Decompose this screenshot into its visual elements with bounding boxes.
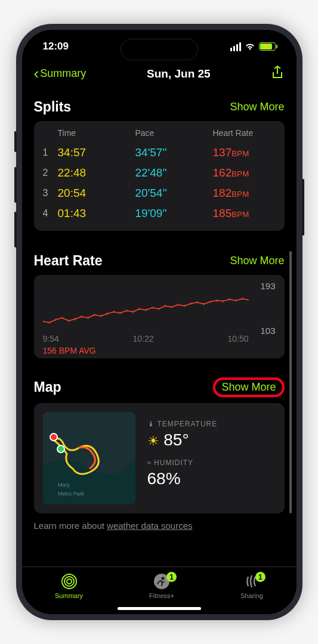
volume-down-button (14, 212, 17, 247)
back-label: Summary (40, 67, 86, 80)
split-pace: 20'54'' (135, 187, 213, 200)
hr-max-label: 193 (260, 281, 275, 291)
status-icons: ⚡ (230, 42, 276, 51)
tab-sharing[interactable]: 1 Sharing (240, 573, 263, 599)
col-time: Time (58, 128, 135, 138)
sharing-badge: 1 (255, 572, 265, 582)
split-pace: 19'09'' (135, 207, 213, 220)
battery-icon: ⚡ (259, 42, 276, 51)
splits-column-headers: Time Pace Heart Rate (43, 128, 276, 143)
svg-point-33 (50, 434, 57, 441)
hr-time-3: 10:50 (227, 334, 248, 343)
split-time: 20:54 (58, 187, 135, 200)
clock: 12:09 (43, 41, 69, 52)
nav-bar: ‹ Summary Sun, Jun 25 (22, 58, 297, 92)
dynamic-island (121, 39, 198, 60)
split-time: 01:43 (58, 207, 135, 220)
svg-text:Mary: Mary (58, 482, 70, 488)
split-hr: 185BPM (213, 207, 249, 220)
split-index: 3 (43, 188, 58, 199)
table-row: 3 20:54 20'54'' 182BPM (43, 183, 276, 203)
table-row: 1 34:57 34'57'' 137BPM (43, 143, 276, 163)
splits-title: Splits (34, 99, 72, 115)
sun-icon: ☀ (147, 434, 159, 448)
split-pace: 22'48'' (135, 166, 213, 179)
hr-time-axis: 9:54 10:22 10:50 (43, 334, 249, 343)
splits-header: Splits Show More (34, 92, 285, 121)
split-time: 34:57 (58, 146, 135, 159)
tab-fitness[interactable]: 1 Fitness+ (149, 573, 174, 599)
col-pace: Pace (135, 128, 213, 138)
heart-rate-title: Heart Rate (34, 253, 103, 269)
thermometer-icon: 🌡 (147, 420, 155, 428)
split-pace: 34'57'' (135, 146, 213, 159)
split-hr: 162BPM (213, 166, 249, 179)
map-show-more-button[interactable]: Show More (213, 377, 284, 397)
tab-summary-label: Summary (55, 592, 83, 599)
heart-rate-chart (43, 293, 249, 329)
svg-point-39 (67, 579, 72, 584)
split-hr: 137BPM (213, 146, 249, 159)
splits-show-more-button[interactable]: Show More (230, 101, 284, 113)
split-index: 1 (43, 147, 58, 158)
heart-rate-card[interactable]: 193 103 9:54 10:22 10:50 (34, 275, 285, 358)
humidity-icon: ≈ (147, 459, 152, 467)
splits-card[interactable]: Time Pace Heart Rate 1 34:57 34'57'' 137… (34, 121, 285, 231)
svg-point-34 (57, 445, 64, 453)
tab-fitness-label: Fitness+ (149, 592, 174, 599)
tab-sharing-label: Sharing (240, 592, 263, 599)
back-button[interactable]: ‹ Summary (34, 64, 87, 83)
mute-switch (14, 131, 17, 152)
humidity-value: 68% (147, 469, 276, 488)
svg-point-38 (64, 577, 74, 586)
heart-rate-show-more-button[interactable]: Show More (230, 255, 284, 267)
svg-point-41 (162, 577, 165, 580)
cellular-icon (230, 42, 241, 51)
scroll-indicator[interactable] (289, 251, 292, 513)
map-header: Map Show More (34, 370, 285, 403)
weather-info: 🌡 TEMPERATURE ☀ 85° ≈ HUMIDITY 68% (147, 420, 276, 497)
page-title: Sun, Jun 25 (147, 67, 211, 80)
table-row: 4 01:43 19'09'' 185BPM (43, 203, 276, 224)
power-button (302, 179, 304, 236)
weather-sources-link[interactable]: Learn more about weather data sources (34, 513, 285, 538)
temperature-label: 🌡 TEMPERATURE (147, 420, 276, 428)
tab-summary[interactable]: Summary (55, 573, 83, 599)
hr-time-1: 9:54 (43, 334, 59, 343)
share-button[interactable] (271, 65, 284, 83)
hr-time-2: 10:22 (133, 334, 154, 343)
table-row: 2 22:48 22'48'' 162BPM (43, 163, 276, 183)
screen: 12:09 ⚡ ‹ Summary Sun, Jun 25 Splits (22, 30, 297, 614)
split-index: 4 (43, 208, 58, 219)
map-thumbnail[interactable]: Mary Metro Park (43, 412, 135, 504)
split-index: 2 (43, 168, 58, 178)
home-indicator[interactable] (118, 607, 201, 610)
split-time: 22:48 (58, 166, 135, 179)
chevron-left-icon: ‹ (34, 64, 39, 83)
hr-min-label: 103 (260, 326, 275, 336)
humidity-label: ≈ HUMIDITY (147, 459, 276, 467)
rings-icon (61, 573, 78, 590)
temperature-value: ☀ 85° (147, 431, 276, 450)
fitness-badge: 1 (166, 572, 177, 582)
col-hr: Heart Rate (213, 128, 276, 138)
map-title: Map (34, 379, 61, 395)
wifi-icon (245, 42, 255, 51)
phone-frame: 12:09 ⚡ ‹ Summary Sun, Jun 25 Splits (16, 24, 302, 620)
volume-up-button (14, 167, 17, 203)
split-hr: 182BPM (213, 187, 249, 200)
hr-avg-label: 156 BPM AVG (43, 346, 96, 355)
map-card[interactable]: Mary Metro Park 🌡 TEMPERATURE ☀ 85° (34, 403, 285, 513)
svg-text:Metro Park: Metro Park (58, 491, 85, 497)
heart-rate-header: Heart Rate Show More (34, 246, 285, 275)
